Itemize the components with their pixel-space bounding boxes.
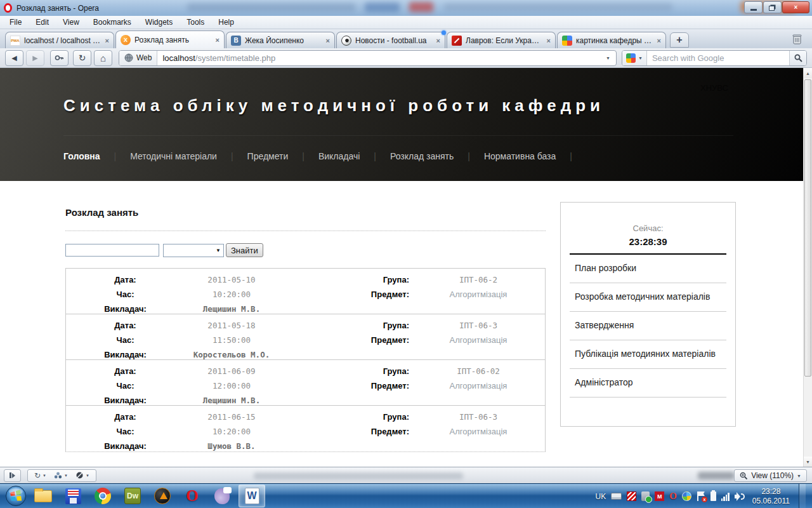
keyboard-icon[interactable]	[611, 493, 622, 500]
forward-button[interactable]: ▶	[26, 50, 44, 66]
tab-close-icon[interactable]: ×	[216, 36, 219, 44]
taskbar-pidgin-button[interactable]	[209, 485, 235, 507]
menu-view[interactable]: View	[56, 16, 86, 29]
nav-timetable[interactable]: Розклад занять	[376, 151, 468, 161]
menu-bookmarks[interactable]: Bookmarks	[86, 16, 138, 29]
minimize-button[interactable]	[744, 1, 763, 13]
tab-news[interactable]: Лавров: Если Украина... ×	[447, 32, 556, 48]
tab-timetable-active[interactable]: X Розклад занять ×	[115, 30, 225, 48]
search-box: ▼	[622, 50, 807, 66]
search-engine-button[interactable]: ▼	[622, 51, 647, 65]
sync-button[interactable]: ↻ ▼	[30, 471, 50, 480]
panels-toggle-button[interactable]	[4, 469, 21, 482]
tab-close-icon[interactable]: ×	[436, 37, 440, 44]
sidebar-item-plan[interactable]: План розробки	[570, 255, 726, 283]
taskbar-save-app-button[interactable]	[60, 485, 86, 507]
tab-close-icon[interactable]: ×	[547, 37, 551, 44]
find-select[interactable]: ▼	[163, 244, 224, 257]
new-tab-button[interactable]: +	[670, 32, 689, 48]
battery-icon[interactable]	[710, 491, 716, 501]
taskbar-word-button[interactable]: W	[239, 485, 265, 507]
nav-teachers[interactable]: Викладачі	[304, 151, 374, 161]
sidebar-item-publication[interactable]: Публікація методияних матеріалів	[570, 340, 726, 369]
taskbar-clock[interactable]: 23:28 05.06.2011	[750, 487, 792, 506]
menu-help[interactable]: Help	[211, 16, 241, 29]
adobe-icon[interactable]: M	[655, 491, 664, 501]
header-divider	[63, 135, 733, 136]
find-button[interactable]: Знайти	[226, 243, 263, 257]
search-go-button[interactable]	[789, 51, 806, 65]
label-teacher: Викладач:	[66, 393, 185, 408]
nav-home[interactable]: Головна	[63, 151, 114, 161]
value-time: 12:00:00	[185, 378, 278, 393]
tab-vk[interactable]: В Жека Йосипенко ×	[226, 32, 335, 48]
tab-football[interactable]: Новости - football.ua ×	[336, 32, 445, 48]
tab-close-icon[interactable]: ×	[105, 37, 109, 44]
taskbar-opera-button[interactable]: O	[179, 485, 206, 507]
wand-password-button[interactable]	[50, 50, 69, 66]
back-button[interactable]: ◀	[5, 50, 23, 66]
taskbar-aimp-button[interactable]	[149, 485, 176, 507]
usb-safely-remove-icon[interactable]	[641, 491, 650, 501]
tab-phpmyadmin[interactable]: PMA localhost / localhost / ... ×	[5, 32, 114, 48]
browser-window: Розклад занять - Opera × File Edit View …	[0, 0, 812, 508]
action-center-icon[interactable]: x	[697, 491, 705, 501]
sidebar-item-development[interactable]: Розробка методичних матеріалів	[570, 283, 726, 312]
menu-tools[interactable]: Tools	[180, 16, 211, 29]
blocked-content-button[interactable]: ▼	[72, 471, 93, 479]
search-input[interactable]	[647, 53, 789, 63]
network-signal-icon[interactable]	[721, 492, 730, 501]
scrollbar[interactable]: ▲ ▼	[803, 68, 812, 467]
label-group: Група:	[278, 410, 410, 424]
menu-widgets[interactable]: Widgets	[138, 16, 180, 29]
nav-normative[interactable]: Нормативна база	[470, 151, 570, 161]
language-indicator[interactable]: UK	[595, 492, 606, 501]
alert-badge: x	[702, 497, 707, 502]
scroll-down-icon[interactable]: ▼	[804, 457, 812, 467]
url-host: localhost	[162, 53, 195, 63]
taskbar-chrome-button[interactable]	[89, 485, 116, 507]
taskbar-dreamweaver-button[interactable]: Dw	[119, 485, 146, 507]
menu-file[interactable]: File	[3, 16, 29, 29]
tab-google-images[interactable]: картинка кафедры ин... ×	[557, 32, 666, 48]
opera-tray-icon[interactable]: O	[669, 491, 677, 502]
value-subject: Алгоритмізація	[410, 424, 546, 439]
show-desktop-button[interactable]	[799, 484, 806, 508]
nav-subjects[interactable]: Предмети	[233, 151, 303, 161]
close-button[interactable]: ×	[782, 1, 809, 13]
url-text[interactable]: localhost/system/timetable.php	[157, 53, 606, 63]
url-dropdown-icon[interactable]: ▼	[606, 56, 616, 60]
url-field[interactable]: Web localhost/system/timetable.php ▼	[119, 50, 617, 66]
reload-button[interactable]: ↻	[73, 50, 91, 66]
home-button[interactable]: ⌂	[94, 50, 112, 66]
restore-button[interactable]	[763, 1, 782, 13]
antivirus-icon[interactable]	[627, 491, 636, 501]
search-icon	[794, 54, 802, 62]
find-input[interactable]	[65, 244, 159, 257]
closed-tabs-button[interactable]	[789, 32, 804, 46]
empty-cell	[278, 393, 410, 408]
taskbar-explorer-button[interactable]	[30, 485, 56, 507]
word-icon: W	[245, 488, 259, 504]
windows-update-icon[interactable]	[682, 491, 691, 501]
volume-icon[interactable]	[735, 492, 745, 501]
value-subject: Алгоритмізація	[410, 333, 546, 347]
value-group: ІПТ-06-3	[410, 410, 546, 424]
label-teacher: Викладач:	[66, 302, 185, 316]
zoom-view-button[interactable]: View (110%) ▼	[734, 469, 807, 482]
label-group: Група:	[278, 272, 410, 287]
opera-logo-icon	[4, 3, 12, 13]
web-badge[interactable]: Web	[119, 51, 157, 65]
scroll-up-icon[interactable]: ▲	[804, 68, 812, 78]
sidebar-item-admin[interactable]: Адміністратор	[570, 369, 726, 398]
start-button[interactable]	[5, 485, 27, 507]
tab-close-icon[interactable]: ×	[326, 37, 330, 44]
unite-button[interactable]: ▼	[50, 472, 72, 479]
nav-materials[interactable]: Методичні матеріали	[116, 151, 231, 161]
menu-edit[interactable]: Edit	[29, 16, 56, 29]
scrollbar-thumb[interactable]	[804, 79, 811, 377]
sidebar-item-approval[interactable]: Затвердження	[570, 312, 726, 340]
unite-icon	[54, 472, 62, 479]
xampp-icon: X	[121, 35, 131, 45]
tab-close-icon[interactable]: ×	[657, 37, 661, 44]
